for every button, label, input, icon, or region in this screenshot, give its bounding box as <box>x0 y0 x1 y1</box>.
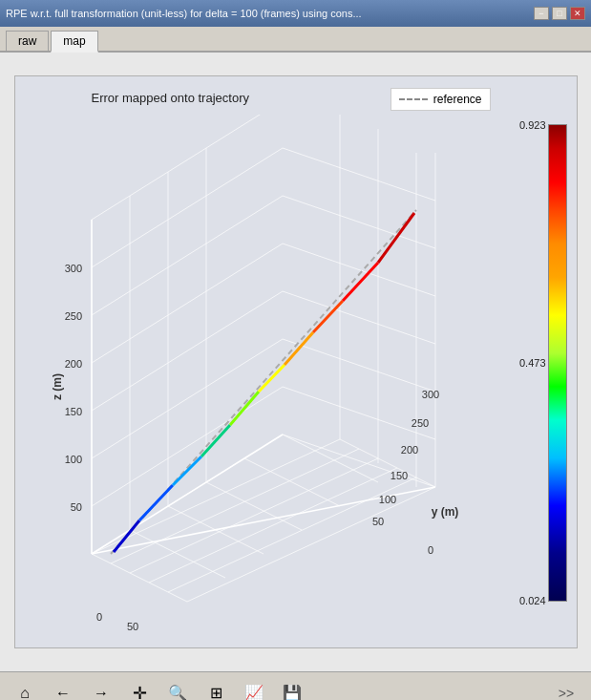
svg-text:z (m): z (m) <box>51 373 64 400</box>
tab-bar: raw map <box>0 27 591 53</box>
tab-raw[interactable]: raw <box>6 31 49 51</box>
svg-text:150: 150 <box>64 406 81 417</box>
svg-text:0: 0 <box>95 611 101 623</box>
svg-text:50: 50 <box>371 516 383 527</box>
forward-icon: → <box>94 685 109 701</box>
home-button[interactable]: ⌂ <box>10 678 40 701</box>
svg-text:250: 250 <box>411 417 428 429</box>
back-icon: ← <box>55 685 71 701</box>
svg-text:200: 200 <box>64 358 81 370</box>
svg-text:250: 250 <box>64 310 81 322</box>
line-icon: 📈 <box>244 684 264 700</box>
close-button[interactable]: ✕ <box>570 7 585 20</box>
svg-text:50: 50 <box>126 621 137 630</box>
svg-text:100: 100 <box>157 628 174 630</box>
plot-svg: 0 50 100 150 200 250 300 50 100 150 200 … <box>34 115 493 630</box>
maximize-button[interactable]: □ <box>552 7 567 20</box>
legend-label: reference <box>433 93 482 106</box>
colorbar <box>548 124 567 602</box>
zoom-icon: 🔍 <box>168 684 187 700</box>
forward-button[interactable]: → <box>86 678 116 701</box>
tab-map[interactable]: map <box>51 31 97 53</box>
pan-button[interactable]: ✛ <box>124 678 155 701</box>
line-button[interactable]: 📈 <box>239 678 269 701</box>
svg-text:300: 300 <box>421 389 438 400</box>
more-icon: >> <box>559 686 574 701</box>
window-title: RPE w.r.t. full transformation (unit-les… <box>6 8 534 19</box>
window-controls: − □ ✕ <box>534 7 585 20</box>
settings-button[interactable]: ⊞ <box>201 678 231 701</box>
toolbar: ⌂ ← → ✛ 🔍 ⊞ 📈 💾 >> <box>0 671 591 700</box>
title-bar: RPE w.r.t. full transformation (unit-les… <box>0 0 591 27</box>
legend-dashed-line <box>399 98 428 100</box>
colorbar-min-label: 0.024 <box>519 595 546 606</box>
colorbar-labels: 0.923 0.473 0.024 <box>519 119 546 606</box>
zoom-button[interactable]: 🔍 <box>162 678 193 701</box>
svg-text:300: 300 <box>64 263 81 274</box>
chart-title: Error mapped onto trajectory <box>92 91 249 105</box>
svg-text:100: 100 <box>64 454 81 465</box>
save-button[interactable]: 💾 <box>277 678 307 701</box>
colorbar-max-label: 0.923 <box>519 119 546 131</box>
legend-box: reference <box>390 88 491 111</box>
svg-text:200: 200 <box>400 444 417 456</box>
pan-icon: ✛ <box>133 683 147 701</box>
more-button[interactable]: >> <box>551 678 581 701</box>
settings-icon: ⊞ <box>210 684 222 700</box>
save-icon: 💾 <box>283 684 302 700</box>
svg-text:100: 100 <box>378 494 395 505</box>
back-button[interactable]: ← <box>48 678 78 701</box>
svg-text:50: 50 <box>70 501 81 513</box>
home-icon: ⌂ <box>20 685 30 701</box>
svg-text:y (m): y (m) <box>431 505 458 519</box>
plot-container: Error mapped onto trajectory reference <box>14 75 578 648</box>
svg-text:150: 150 <box>390 470 407 481</box>
svg-rect-0 <box>34 115 493 630</box>
minimize-button[interactable]: − <box>534 7 549 20</box>
colorbar-mid-label: 0.473 <box>519 357 546 369</box>
main-content: Error mapped onto trajectory reference <box>0 53 591 671</box>
colorbar-container <box>548 124 567 602</box>
svg-text:0: 0 <box>427 544 433 556</box>
